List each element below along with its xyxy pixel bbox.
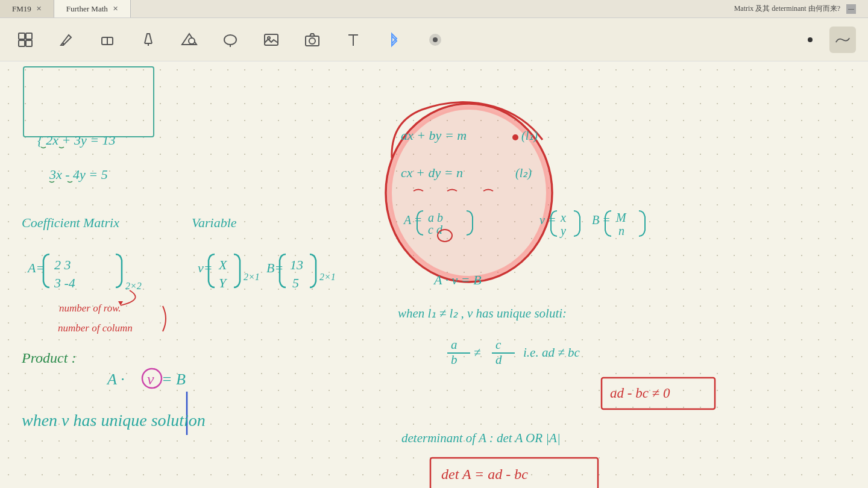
svg-text:2×2: 2×2 <box>125 281 142 291</box>
svg-rect-1 <box>26 33 32 39</box>
svg-text:3      -4: 3 -4 <box>54 275 75 290</box>
svg-point-14 <box>309 38 315 44</box>
svg-text:x: x <box>560 211 566 224</box>
svg-text:2×1: 2×1 <box>319 272 336 282</box>
image-tool[interactable] <box>258 27 285 53</box>
highlighter-tool[interactable] <box>135 27 162 53</box>
svg-text:d: d <box>495 352 502 367</box>
toolbar <box>0 18 868 61</box>
dot-tool[interactable] <box>797 27 823 53</box>
svg-text:(l₁): (l₁) <box>521 129 538 143</box>
svg-text:ax + by = m: ax + by = m <box>401 128 467 143</box>
svg-point-50 <box>512 134 518 140</box>
svg-text:b: b <box>451 352 458 367</box>
svg-text:Coefficient   Matrix: Coefficient Matrix <box>22 215 119 230</box>
shapes-tool[interactable] <box>176 27 203 53</box>
svg-text:B=: B= <box>266 260 283 275</box>
question-title: Matrix 及其 determinant 由何而来? <box>734 4 840 14</box>
svg-text:5: 5 <box>292 275 299 290</box>
svg-text:≠: ≠ <box>474 345 481 360</box>
svg-text:n: n <box>618 224 624 237</box>
svg-text:M: M <box>615 211 627 224</box>
svg-text:Product :: Product : <box>21 350 76 366</box>
bluetooth-tool[interactable] <box>381 27 407 53</box>
tab-fm19-close[interactable]: ✕ <box>36 5 42 13</box>
eraser-tool[interactable] <box>94 27 121 53</box>
tab-further-math[interactable]: Further Math ✕ <box>54 0 131 17</box>
wave-tool[interactable] <box>829 27 856 53</box>
svg-text:number of row.: number of row. <box>59 302 121 314</box>
svg-text:a: a <box>451 337 458 352</box>
svg-point-9 <box>189 38 195 44</box>
svg-rect-0 <box>19 33 25 39</box>
svg-text:(l₂): (l₂) <box>515 166 532 180</box>
canvas-svg: .hw-teal { font-family: 'Comic Sans MS',… <box>0 61 868 488</box>
svg-text:when  v has  unique  solution: when v has unique solution <box>22 411 206 430</box>
svg-text:2       3: 2 3 <box>54 257 71 272</box>
svg-text:Variable: Variable <box>192 215 237 230</box>
svg-text:ad - bc ≠ 0: ad - bc ≠ 0 <box>610 386 670 401</box>
title-bar-right: Matrix 及其 determinant 由何而来? — <box>734 4 868 14</box>
svg-text:A · v = B: A · v = B <box>433 272 482 287</box>
tab-further-math-close[interactable]: ✕ <box>113 5 118 13</box>
svg-text:i.e.   ad ≠ bc: i.e. ad ≠ bc <box>523 345 580 360</box>
layout-tool[interactable] <box>12 27 39 53</box>
svg-text:det A = ad - bc: det A = ad - bc <box>441 466 528 482</box>
svg-text:v=: v= <box>198 260 213 275</box>
pen-tool[interactable] <box>53 27 80 53</box>
svg-text:{ 2x + 3y = 13: { 2x + 3y = 13 <box>37 133 116 148</box>
svg-text:v =: v = <box>539 213 556 227</box>
top-bar: FM19 ✕ Further Math ✕ Matrix 及其 determin… <box>0 0 868 18</box>
toolbar-right <box>797 27 856 53</box>
tab-fm19[interactable]: FM19 ✕ <box>0 0 54 17</box>
lasso-tool[interactable] <box>217 27 244 53</box>
camera-tool[interactable] <box>299 27 326 53</box>
svg-text:when  l₁ ≠ l₂   ,  v has  uniq: when l₁ ≠ l₂ , v has unique soluti: <box>398 306 567 321</box>
svg-rect-2 <box>19 40 25 46</box>
tab-further-math-label: Further Math <box>66 4 108 14</box>
svg-text:A ·: A · <box>106 371 124 388</box>
svg-text:Y: Y <box>219 275 228 290</box>
svg-text:v: v <box>147 371 154 388</box>
svg-text:cx + dy = n: cx + dy = n <box>401 165 463 180</box>
text-tool[interactable] <box>340 27 366 53</box>
svg-text:X: X <box>218 257 228 272</box>
svg-text:= B: = B <box>162 371 186 388</box>
tab-fm19-label: FM19 <box>12 4 31 14</box>
svg-rect-11 <box>265 34 278 45</box>
svg-rect-3 <box>26 40 32 46</box>
svg-text:A =: A = <box>403 213 422 227</box>
svg-text:2×1: 2×1 <box>244 272 260 282</box>
stylus-tool[interactable] <box>422 27 448 53</box>
svg-point-10 <box>224 35 236 45</box>
svg-text:number of column: number of column <box>58 322 133 334</box>
svg-text:A=: A= <box>27 260 45 275</box>
canvas: .hw-teal { font-family: 'Comic Sans MS',… <box>0 61 868 488</box>
svg-text:B =: B = <box>592 213 611 227</box>
svg-text:y: y <box>559 224 566 238</box>
svg-text:c    d: c d <box>428 223 443 236</box>
minimize-button[interactable]: — <box>846 4 856 14</box>
svg-text:13: 13 <box>290 257 303 272</box>
svg-point-19 <box>808 37 813 42</box>
svg-point-18 <box>433 37 438 42</box>
svg-text:determinant  of  A :   det A  : determinant of A : det A OR |A| <box>401 431 561 445</box>
svg-text:c: c <box>495 337 502 352</box>
svg-text:a    b: a b <box>428 211 443 224</box>
svg-text:3x - 4y = 5: 3x - 4y = 5 <box>49 167 108 182</box>
